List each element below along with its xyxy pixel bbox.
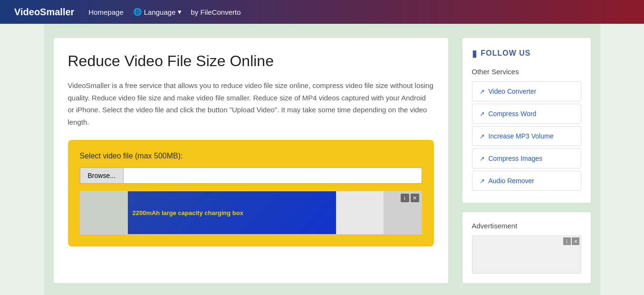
- service-label: Video Converter: [489, 88, 537, 95]
- sidebar-item-increase-mp3[interactable]: ↗ Increase MP3 Volume: [472, 126, 581, 146]
- page-description: VideoSmaller is a free service that allo…: [68, 79, 434, 128]
- follow-section: ▮ FOLLOW US: [472, 48, 581, 59]
- upload-box: Select video file (max 500MB): Browse...…: [68, 140, 434, 246]
- info-icon: i: [404, 195, 405, 201]
- ad-banner-area: 2200mAh large capacity charging box i ✕: [80, 191, 422, 235]
- ad-close-button[interactable]: ✕: [411, 194, 419, 202]
- sidebar-item-compress-images[interactable]: ↗ Compress Images: [472, 148, 581, 168]
- ad-strip-main: 2200mAh large capacity charging box: [128, 191, 336, 234]
- external-link-icon: ↗: [480, 177, 485, 185]
- ad-strip-left: [80, 191, 128, 234]
- sidebar-item-compress-word[interactable]: ↗ Compress Word: [472, 104, 581, 124]
- page-title: Reduce Video File Size Online: [68, 52, 434, 70]
- nav-homepage[interactable]: Homepage: [88, 8, 123, 16]
- service-label: Compress Word: [489, 110, 537, 118]
- header: VideoSmaller Homepage 🌐 Language ▾ by Fi…: [0, 0, 644, 24]
- sidebar-ad-info-button[interactable]: i: [563, 237, 571, 245]
- nav-by-fileconverto[interactable]: by FileConverto: [191, 8, 241, 16]
- close-icon: ✕: [413, 195, 417, 201]
- sidebar-ad-close-button[interactable]: ✕: [572, 237, 579, 245]
- sidebar-card-ad: Advertisement i ✕: [462, 212, 591, 283]
- ad-section-title: Advertisement: [472, 222, 581, 230]
- service-label: Compress Images: [489, 155, 543, 162]
- file-input-row: Browse...: [80, 167, 422, 184]
- close-icon: ✕: [574, 239, 577, 244]
- ad-strips: 2200mAh large capacity charging box: [80, 191, 422, 234]
- sidebar-ad-box: i ✕: [472, 236, 581, 274]
- browse-button[interactable]: Browse...: [80, 167, 124, 184]
- external-link-icon: ↗: [480, 88, 485, 95]
- other-services-title: Other Services: [472, 68, 581, 76]
- sidebar-item-audio-remover[interactable]: ↗ Audio Remover: [472, 171, 581, 191]
- sidebar-card-services: ▮ FOLLOW US Other Services ↗ Video Conve…: [462, 38, 591, 203]
- sidebar-item-video-converter[interactable]: ↗ Video Converter: [472, 81, 581, 101]
- ad-info-button[interactable]: i: [401, 194, 409, 202]
- header-nav: Homepage 🌐 Language ▾ by FileConverto: [88, 8, 240, 16]
- info-icon: i: [566, 239, 567, 244]
- nav-language[interactable]: 🌐 Language ▾: [133, 8, 182, 16]
- sidebar: ▮ FOLLOW US Other Services ↗ Video Conve…: [462, 38, 591, 283]
- external-link-icon: ↗: [480, 155, 485, 162]
- main-content: Reduce Video File Size Online VideoSmall…: [54, 38, 448, 283]
- language-icon: 🌐: [133, 8, 142, 16]
- ad-text: 2200mAh large capacity charging box: [133, 209, 243, 216]
- site-brand[interactable]: VideoSmaller: [14, 7, 74, 18]
- facebook-icon: ▮: [472, 48, 477, 59]
- page-wrapper: Reduce Video File Size Online VideoSmall…: [44, 24, 600, 295]
- ad-strip-right1: [336, 191, 384, 234]
- upload-label: Select video file (max 500MB):: [80, 152, 422, 160]
- follow-title: FOLLOW US: [481, 49, 531, 58]
- external-link-icon: ↗: [480, 133, 485, 140]
- language-label: Language: [144, 8, 176, 16]
- service-label: Audio Remover: [489, 177, 535, 185]
- service-label: Increase MP3 Volume: [489, 132, 554, 140]
- chevron-down-icon: ▾: [178, 8, 182, 16]
- external-link-icon: ↗: [480, 110, 485, 118]
- file-input-display[interactable]: [124, 167, 422, 184]
